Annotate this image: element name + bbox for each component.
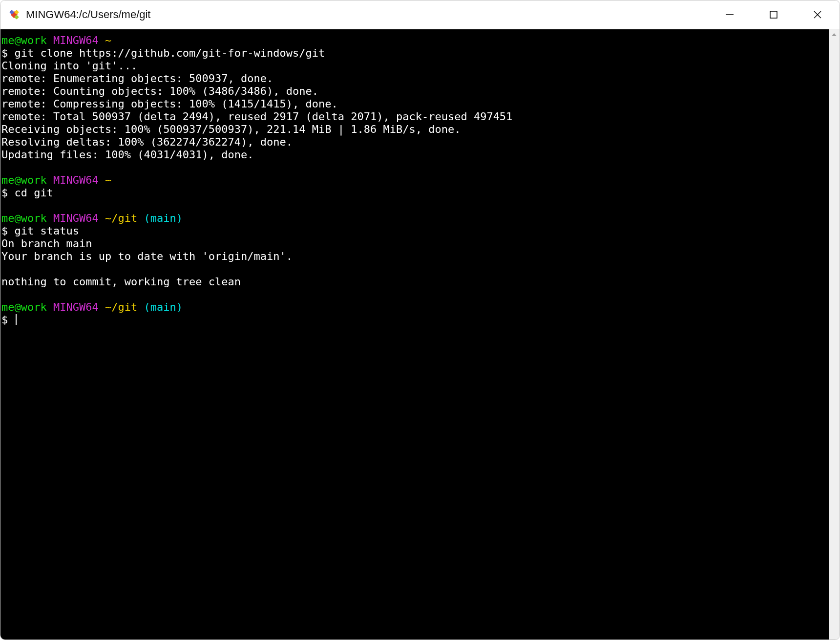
- output-line: Resolving deltas: 100% (362274/362274), …: [1, 136, 293, 148]
- prompt-sigil: $: [1, 314, 8, 326]
- prompt-user-host: me@work: [1, 301, 47, 313]
- git-bash-icon: [7, 8, 21, 21]
- cmd-git-clone: git clone https://github.com/git-for-win…: [15, 47, 325, 59]
- output-line: Cloning into 'git'...: [1, 60, 137, 72]
- text-cursor: [16, 314, 17, 325]
- output-line: On branch main: [1, 237, 92, 250]
- output-line: Receiving objects: 100% (500937/500937),…: [1, 123, 461, 135]
- prompt-shell: MINGW64: [53, 212, 99, 224]
- vertical-scrollbar[interactable]: [829, 29, 840, 640]
- client-area: me@work MINGW64 ~ $ git clone https://gi…: [0, 29, 840, 640]
- prompt-user-host: me@work: [1, 212, 47, 224]
- prompt-sigil: $: [1, 47, 8, 59]
- maximize-button[interactable]: [752, 0, 796, 29]
- scrollbar-up-arrow-icon[interactable]: [829, 29, 840, 40]
- prompt-path: ~/git: [105, 212, 137, 224]
- svg-rect-5: [770, 11, 777, 18]
- terminal[interactable]: me@work MINGW64 ~ $ git clone https://gi…: [0, 29, 829, 640]
- output-line: Your branch is up to date with 'origin/m…: [1, 250, 293, 262]
- prompt-path: ~: [105, 174, 111, 186]
- close-button[interactable]: [796, 0, 840, 29]
- output-line: remote: Total 500937 (delta 2494), reuse…: [1, 110, 512, 123]
- prompt-path: ~/git: [105, 301, 137, 313]
- output-line: nothing to commit, working tree clean: [1, 276, 241, 288]
- output-line: remote: Counting objects: 100% (3486/348…: [1, 85, 318, 97]
- prompt-sigil: $: [1, 187, 8, 199]
- titlebar[interactable]: MINGW64:/c/Users/me/git: [0, 0, 840, 29]
- prompt-branch: (main): [144, 301, 182, 313]
- minimize-button[interactable]: [708, 0, 752, 29]
- cmd-cd-git: cd git: [15, 187, 53, 199]
- window-controls: [708, 0, 840, 29]
- prompt-path: ~: [105, 34, 111, 46]
- output-line: Updating files: 100% (4031/4031), done.: [1, 149, 254, 161]
- prompt-sigil: $: [1, 225, 8, 237]
- svg-marker-8: [832, 33, 837, 36]
- prompt-user-host: me@work: [1, 174, 47, 186]
- prompt-branch: (main): [144, 212, 182, 224]
- cmd-git-status: git status: [15, 225, 79, 237]
- prompt-user-host: me@work: [1, 34, 47, 46]
- output-line: remote: Enumerating objects: 500937, don…: [1, 72, 273, 85]
- git-bash-window: MINGW64:/c/Users/me/git me@work MINGW64 …: [0, 0, 840, 640]
- prompt-shell: MINGW64: [53, 174, 99, 186]
- prompt-shell: MINGW64: [53, 34, 99, 46]
- window-title: MINGW64:/c/Users/me/git: [26, 8, 708, 21]
- output-line: remote: Compressing objects: 100% (1415/…: [1, 98, 338, 110]
- prompt-shell: MINGW64: [53, 301, 99, 313]
